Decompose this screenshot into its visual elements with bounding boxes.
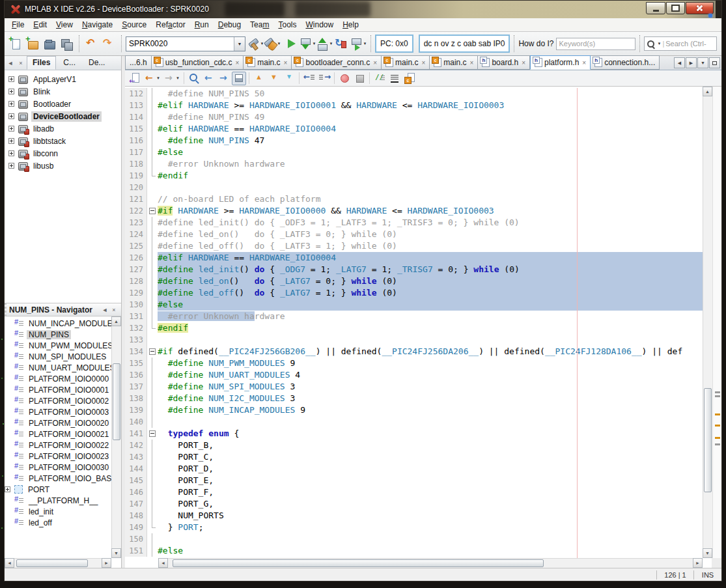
expand-icon[interactable] [8,163,14,169]
previous-bookmark-button[interactable] [252,72,266,85]
navigator-item-__PLATFORM_H__[interactable]: __PLATFORM_H__ [14,495,111,506]
code-text[interactable]: #if defined(__PIC24FJ256GB206__) || defi… [158,346,703,357]
code-text[interactable] [158,416,703,428]
code-line[interactable]: 134#if defined(__PIC24FJ256GB206__) || d… [125,346,703,357]
new-project-button[interactable] [24,35,41,52]
code-line[interactable]: 136 #define NUM_UART_MODULES 4 [125,369,703,381]
code-text[interactable]: #define NUM_PINS 47 [158,135,703,147]
navigator-item-PLATFORM_IOIO0023[interactable]: PLATFORM_IOIO0023 [14,451,111,462]
code-text[interactable]: #else [158,545,703,557]
code-line[interactable]: 129#define led_off() do { _LATG7 = 1; } … [125,287,703,299]
scrollbar-thumb[interactable] [16,559,88,567]
close-tab-icon[interactable]: × [284,59,288,66]
dropdown-icon[interactable]: ▼ [363,42,367,46]
shift-right-button[interactable] [317,72,331,85]
editor-tab-boardh[interactable]: board.h× [478,55,530,70]
code-text[interactable]: #define NUM_PINS 49 [158,111,703,123]
find-next-button[interactable] [217,72,231,85]
code-line[interactable]: 123#define led_init() do { _ODF3 = 1; _L… [125,217,703,229]
code-text[interactable]: #elif HARDWARE == HARDWARE_IOIO0004 [158,123,703,135]
editor-tab-mainc[interactable]: main.c× [430,55,478,70]
code-text[interactable]: #define NUM_INCAP_MODULES 9 [158,404,703,416]
code-lines[interactable]: 112 #define NUM_PINS 50113#elif HARDWARE… [125,88,703,558]
maximize-button[interactable] [666,2,685,14]
stop-macro-button[interactable] [352,72,367,85]
expand-icon[interactable] [8,138,14,144]
code-text[interactable]: NUM_PORTS [158,510,703,522]
program-device-button[interactable]: ▼ [299,35,316,52]
stripe-mark[interactable] [715,413,720,415]
fold-end-icon[interactable] [147,522,158,533]
code-line[interactable]: 131 #error Unknown hardware [125,311,703,322]
menu-debug[interactable]: Debug [214,19,245,31]
expand-icon[interactable] [8,101,14,107]
scroll-up-icon[interactable]: ▲ [703,87,712,96]
navigator-item-PORT[interactable]: PORT [14,484,111,495]
code-text[interactable] [158,334,703,346]
tree-item-libusb[interactable]: libusb [5,160,121,172]
dock-tab-De[interactable]: De... [83,56,111,70]
code-editor[interactable]: 112 #define NUM_PINS 50113#elif HARDWARE… [125,87,721,568]
code-line[interactable]: 127#define led_init() do { _ODG7 = 1; _L… [125,264,703,275]
code-text[interactable]: PORT_B, [158,440,703,451]
editor-horizontal-scrollbar[interactable]: ◄ ► [158,558,703,568]
tree-item-Bootloader[interactable]: Bootloader [5,98,121,110]
code-text[interactable]: } PORT; [158,522,703,533]
code-text[interactable]: #define NUM_UART_MODULES 4 [158,369,703,381]
expand-icon[interactable] [8,113,14,119]
dock-minimize-icon[interactable]: ◄ [6,59,15,68]
code-line[interactable]: 149 } PORT; [125,522,703,533]
code-text[interactable]: PORT_G, [158,498,703,510]
close-tab-icon[interactable]: × [522,59,525,66]
expand-icon[interactable] [8,126,14,132]
navigator-vertical-scrollbar[interactable]: ▲ ▼ [111,316,121,558]
expand-icon[interactable] [8,76,14,82]
code-line[interactable]: 143 PORT_C, [125,451,703,463]
fold-start-icon[interactable] [147,428,158,440]
code-line[interactable]: 132#endif [125,322,703,334]
code-text[interactable]: #elif HARDWARE == HARDWARE_IOIO0004 [158,252,703,264]
navigator-item-PLATFORM_IOIO0003[interactable]: PLATFORM_IOIO0003 [14,406,111,417]
error-stripe[interactable] [712,87,721,558]
code-text[interactable]: #define NUM_SPI_MODULES 3 [158,381,703,393]
code-line[interactable]: 118 #error Unknown hardware [125,158,703,170]
code-line[interactable]: 151#else [125,545,703,557]
code-text[interactable]: #define led_init() do { _ODF3 = 1; _LATF… [158,217,703,229]
clean-build-button[interactable]: ▼ [264,35,281,52]
navigator-minimize-icon[interactable]: ◄ [100,305,109,315]
code-line[interactable]: 119#endif [125,170,703,182]
menu-navigate[interactable]: Navigate [77,19,117,31]
redo-button[interactable] [100,35,117,52]
code-text[interactable]: typedef enum { [158,428,703,440]
dock-tab-C[interactable]: C... [57,56,81,70]
code-line[interactable]: 122#if HARDWARE >= HARDWARE_IOIO0000 && … [125,205,703,217]
code-text[interactable]: #if HARDWARE >= HARDWARE_IOIO0000 && HAR… [158,205,703,217]
close-tab-icon[interactable]: × [582,59,586,66]
editor-vertical-scrollbar[interactable]: ▲ ▼ [703,87,712,558]
code-text[interactable]: #endif [158,170,703,182]
code-line[interactable]: 113#elif HARDWARE >= HARDWARE_IOIO0001 &… [125,100,703,111]
code-line[interactable]: 128#define led_on() do { _LATG7 = 0; } w… [125,275,703,287]
scroll-right-button[interactable]: ▶ [686,57,697,68]
navigator-item-PLATFORM_IOIO0000[interactable]: PLATFORM_IOIO0000 [14,373,111,384]
editor-tab-mainc[interactable]: main.c× [382,55,430,70]
close-tab-icon[interactable]: × [373,59,377,66]
toggle-highlight-button[interactable] [232,72,246,85]
navigator-item-PLATFORM_IOIO_BASE[interactable]: PLATFORM_IOIO_BASE [14,473,111,484]
code-line[interactable]: 121// on-board LED of each platform [125,193,703,205]
navigator-item-PLATFORM_IOIO0020[interactable]: PLATFORM_IOIO0020 [14,417,111,428]
navigator-close-icon[interactable]: × [109,305,119,315]
fold-end-icon[interactable] [147,322,158,334]
scroll-left-icon[interactable]: ◄ [158,558,168,568]
menu-edit[interactable]: Edit [29,19,51,31]
code-line[interactable]: 146 PORT_F, [125,486,703,498]
editor-tab-6h[interactable]: ...6.h [125,55,152,70]
project-configuration-value[interactable] [126,39,234,48]
menu-refactor[interactable]: Refactor [151,19,189,31]
navigator-item-PLATFORM_IOIO0001[interactable]: PLATFORM_IOIO0001 [14,384,111,395]
code-line[interactable]: 147 PORT_G, [125,498,703,510]
code-line[interactable]: 140 [125,416,703,428]
editor-tab-mainc[interactable]: main.c× [244,55,292,70]
expand-icon[interactable] [8,150,14,156]
navigator-item-led_init[interactable]: led_init [14,506,111,517]
